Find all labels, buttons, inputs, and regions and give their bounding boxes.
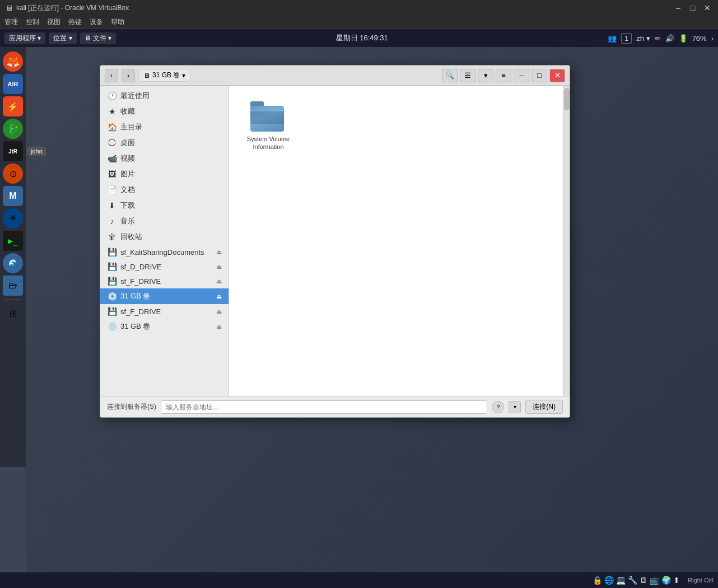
server-dropdown-button[interactable]: ▾ — [509, 401, 521, 413]
fm-titlebar: ‹ › 🖥 31 GB 卷 ▾ 🔍 ☰ ▾ ≡ – □ ✕ — [100, 66, 570, 86]
vm-menu-help[interactable]: 帮助 — [111, 17, 124, 27]
sidebar-item-desktop[interactable]: 🖵 桌面 — [100, 135, 229, 151]
dock-openvpn[interactable]: ⊙ — [3, 164, 23, 184]
disk-31gb-eject-icon[interactable]: ⏏ — [216, 293, 222, 300]
taskbar-tool-icon[interactable]: 🔧 — [628, 576, 637, 585]
sidebar-item-31gb-2[interactable]: 💿 31 GB 卷 ⏏ — [100, 319, 229, 334]
vm-close-button[interactable]: ✕ — [702, 3, 712, 13]
dock-firefox[interactable]: 🦊 — [3, 52, 23, 72]
sidebar-item-sf-f2[interactable]: 💾 sf_F_DRIVE ⏏ — [100, 304, 229, 319]
disk-31gb2-icon: 💿 — [107, 322, 117, 331]
files-menu-button[interactable]: 🖥 文件 ▾ — [80, 32, 116, 44]
sidebar-item-downloads[interactable]: ⬇ 下载 — [100, 198, 229, 213]
sidebar-item-music[interactable]: ♪ 音乐 — [100, 213, 229, 229]
vm-menu-manage[interactable]: 管理 — [4, 17, 18, 27]
dock-wave[interactable]: 🌊 — [3, 253, 23, 273]
sidebar-sf-kali-label: sf_KaliSharingDocuments — [120, 248, 213, 256]
fm-close-button[interactable]: ✕ — [549, 69, 565, 82]
vm-window-controls: – □ ✕ — [673, 3, 712, 13]
sf-f2-eject-icon[interactable]: ⏏ — [216, 308, 222, 315]
taskbar-up-icon[interactable]: ⬆ — [673, 576, 680, 585]
taskbar-globe-icon[interactable]: 🌐 — [604, 576, 614, 585]
vm-menu-devices[interactable]: 设备 — [90, 17, 103, 27]
places-menu-button[interactable]: 位置 ▾ — [49, 32, 76, 44]
sidebar-sf-f2-label: sf_F_DRIVE — [120, 307, 213, 316]
lang-button[interactable]: zh ▾ — [636, 34, 650, 43]
dock-john[interactable]: JtR john — [3, 141, 23, 161]
sidebar-item-trash[interactable]: 🗑 回收站 — [100, 229, 229, 245]
fm-maximize-button[interactable]: □ — [531, 69, 547, 82]
disk-31gb2-eject-icon[interactable]: ⏏ — [216, 323, 222, 330]
workspace-indicator[interactable]: 1 — [621, 33, 632, 44]
fm-view-dropdown-button[interactable]: ▾ — [478, 69, 493, 82]
location-label: 31 GB 卷 — [152, 71, 180, 80]
sidebar-item-sf-f[interactable]: 💾 sf_F_DRIVE ⏏ — [100, 274, 229, 288]
dock-eye[interactable]: 👁 — [3, 208, 23, 228]
list-item[interactable]: System VolumeInformation — [240, 97, 296, 155]
sidebar-item-31gb[interactable]: 💿 31 GB 卷 ⏏ — [100, 288, 229, 304]
downloads-icon: ⬇ — [107, 201, 117, 210]
sf-kali-eject-icon[interactable]: ⏏ — [216, 249, 222, 256]
fm-forward-button[interactable]: › — [122, 69, 135, 82]
dock-terminal[interactable]: ▶_ — [3, 231, 23, 251]
sidebar-item-pictures[interactable]: 🖼 图片 — [100, 166, 229, 182]
apps-menu-button[interactable]: 应用程序 ▾ — [4, 32, 45, 44]
dock-files[interactable]: 🗁 — [3, 276, 23, 296]
help-icon: ? — [496, 404, 500, 410]
vm-minimize-button[interactable]: – — [673, 3, 683, 13]
taskbar-lock-icon[interactable]: 🔒 — [593, 576, 602, 585]
volume-icon[interactable]: 🔊 — [665, 34, 674, 43]
server-address-input[interactable] — [161, 400, 487, 414]
dock-grid[interactable]: ⊞ — [3, 303, 23, 323]
sidebar-item-sf-d[interactable]: 💾 sf_D_DRIVE ⏏ — [100, 259, 229, 274]
fm-back-button[interactable]: ‹ — [105, 69, 118, 82]
fm-search-button[interactable]: 🔍 — [442, 69, 458, 82]
trash-icon: 🗑 — [107, 232, 117, 241]
dock-separator — [4, 299, 21, 300]
network-icon[interactable]: 👥 — [608, 34, 617, 43]
recent-icon: 🕐 — [107, 91, 117, 100]
taskbar-icons: 🔒 🌐 💻 🔧 🖥 📺 🌍 ⬆ — [593, 576, 680, 585]
battery-percent: 76% — [692, 34, 707, 43]
sidebar-item-documents[interactable]: 📄 文档 — [100, 182, 229, 198]
sf-f-eject-icon[interactable]: ⏏ — [216, 278, 222, 285]
dock: 🦊 AIR ⚡ 🐉 JtR john ⊙ M 👁 ▶_ 🌊 🗁 ⊞ — [0, 47, 26, 467]
sidebar-item-home[interactable]: 🏠 主目录 — [100, 119, 229, 135]
sf-kali-icon: 💾 — [107, 248, 117, 256]
fm-scrollbar-thumb[interactable] — [564, 88, 570, 110]
vm-maximize-button[interactable]: □ — [688, 3, 698, 13]
server-help-button[interactable]: ? — [492, 401, 504, 413]
pen-icon: ✏ — [655, 34, 661, 43]
fm-minimize-button[interactable]: – — [514, 69, 529, 82]
vm-menu-view[interactable]: 视图 — [47, 17, 60, 27]
sidebar-downloads-label: 下载 — [120, 200, 222, 211]
dock-air[interactable]: AIR — [3, 74, 23, 94]
pictures-icon: 🖼 — [107, 170, 117, 179]
sidebar-item-recent[interactable]: 🕐 最近使用 — [100, 88, 229, 104]
connect-button[interactable]: 连接(N) — [525, 400, 563, 414]
fm-bottombar: 连接到服务器(S) ? ▾ 连接(N) — [100, 396, 570, 417]
vm-menu-control[interactable]: 控制 — [26, 17, 39, 27]
fm-scrollbar[interactable] — [563, 86, 570, 396]
files-label: 🖥 文件 ▾ — [85, 34, 112, 43]
dock-mail[interactable]: M — [3, 186, 23, 206]
sidebar-item-bookmarks[interactable]: ★ 收藏 — [100, 104, 229, 119]
vm-menu-hotkeys[interactable]: 热键 — [68, 17, 82, 27]
sf-f2-icon: 💾 — [107, 307, 117, 316]
fm-menu-button[interactable]: ≡ — [496, 69, 511, 82]
right-ctrl-label: Right Ctrl — [688, 577, 714, 584]
sidebar-item-videos[interactable]: 📹 视频 — [100, 151, 229, 166]
sidebar-item-sf-kali[interactable]: 💾 sf_KaliSharingDocuments ⏏ — [100, 245, 229, 259]
dock-burpsuite[interactable]: ⚡ — [3, 96, 23, 116]
fm-content: System VolumeInformation — [229, 86, 563, 396]
file-name-label: System VolumeInformation — [247, 135, 290, 151]
sidebar-recent-label: 最近使用 — [120, 91, 222, 101]
sf-d-eject-icon[interactable]: ⏏ — [216, 263, 222, 270]
fm-view-button[interactable]: ☰ — [460, 69, 475, 82]
dock-dragon[interactable]: 🐉 — [3, 119, 23, 139]
fm-location-pill[interactable]: 🖥 31 GB 卷 ▾ — [138, 69, 190, 82]
taskbar-monitor-icon[interactable]: 🖥 — [640, 576, 647, 585]
taskbar-network-icon[interactable]: 🌍 — [661, 576, 671, 585]
taskbar-tv-icon[interactable]: 📺 — [650, 576, 659, 585]
taskbar-laptop-icon[interactable]: 💻 — [616, 576, 626, 585]
